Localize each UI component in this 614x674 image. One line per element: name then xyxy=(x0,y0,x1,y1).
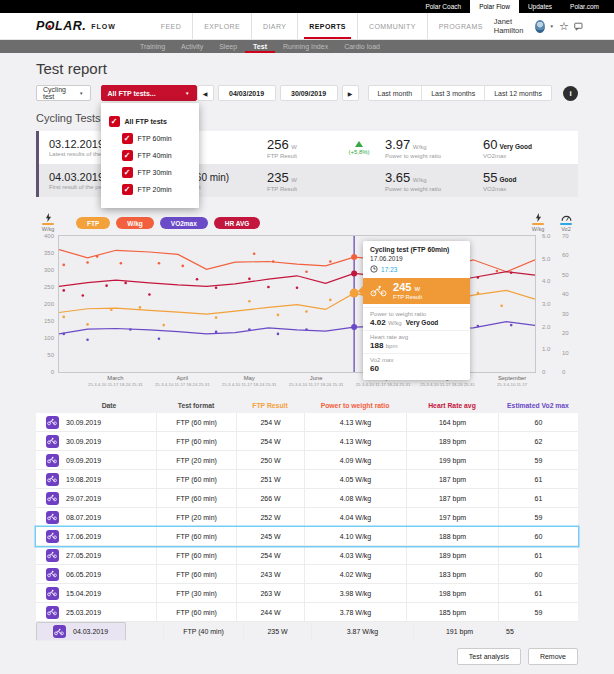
info-icon[interactable]: i xyxy=(563,86,578,101)
checkbox-checked-icon[interactable]: ✓ xyxy=(122,133,133,144)
next-period-button[interactable]: ▶ xyxy=(342,85,359,101)
data-point[interactable] xyxy=(477,325,480,328)
subnav-item-activity[interactable]: Activity xyxy=(173,40,211,53)
data-point[interactable] xyxy=(62,333,65,336)
data-point[interactable] xyxy=(267,286,270,289)
chat-bubble-icon[interactable] xyxy=(574,21,583,32)
data-point[interactable] xyxy=(105,284,108,287)
topbar-link-polar-com[interactable]: Polar.com xyxy=(561,0,608,13)
subnav-item-test[interactable]: Test xyxy=(245,40,275,53)
data-point[interactable] xyxy=(272,260,275,263)
table-row[interactable]: 27.05.2019FTP (60 min)254 W4.03 W/kg189 … xyxy=(36,546,578,565)
table-row[interactable]: 29.07.2019FTP (60 min)266 W4.08 W/kg187 … xyxy=(36,489,578,508)
data-point[interactable] xyxy=(86,323,89,326)
avatar[interactable] xyxy=(535,20,544,33)
favorites-star-icon[interactable]: ☆ xyxy=(559,21,569,32)
date-to-field[interactable]: 30/09/2019 xyxy=(280,85,338,101)
table-row[interactable]: 19.08.2019FTP (60 min)251 W4.05 W/kg187 … xyxy=(36,470,578,489)
data-point[interactable] xyxy=(96,255,99,258)
data-point[interactable] xyxy=(305,328,308,331)
data-point[interactable] xyxy=(139,306,142,309)
topbar-link-updates[interactable]: Updates xyxy=(519,0,561,13)
data-point[interactable] xyxy=(62,289,65,292)
prev-period-button[interactable]: ◀ xyxy=(197,85,214,101)
data-point[interactable] xyxy=(110,308,113,311)
data-point[interactable] xyxy=(248,328,251,331)
dropdown-item-ftp-30min[interactable]: ✓FTP 30min xyxy=(122,167,191,178)
data-point[interactable] xyxy=(129,328,132,331)
selected-data-point-vo2max[interactable] xyxy=(351,324,357,330)
data-point[interactable] xyxy=(296,286,299,289)
chevron-down-icon[interactable]: ▼ xyxy=(550,24,554,29)
data-point[interactable] xyxy=(196,278,199,281)
subnav-item-sleep[interactable]: Sleep xyxy=(211,40,245,53)
chart-plot-area[interactable]: Cycling test (FTP 60min) 17.06.2019 17:2… xyxy=(58,235,536,373)
data-point[interactable] xyxy=(510,271,513,274)
test-analysis-button[interactable]: Test analysis xyxy=(457,648,521,665)
nav-item-programs[interactable]: PROGRAMS xyxy=(428,13,494,39)
data-point[interactable] xyxy=(510,324,513,327)
range-button-last-12-months[interactable]: Last 12 months xyxy=(485,86,551,100)
data-point[interactable] xyxy=(329,260,332,263)
data-point[interactable] xyxy=(86,261,89,264)
data-point[interactable] xyxy=(181,265,184,268)
data-point[interactable] xyxy=(253,252,256,255)
nav-item-community[interactable]: COMMUNITY xyxy=(358,13,428,39)
data-point[interactable] xyxy=(305,310,308,313)
nav-item-diary[interactable]: DIARY xyxy=(252,13,298,39)
table-row[interactable]: 08.07.2019FTP (20 min)252 W4.04 W/kg197 … xyxy=(36,508,578,527)
subnav-item-cardio-load[interactable]: Cardio load xyxy=(336,40,388,53)
legend-pill-vo2max[interactable]: VO2max xyxy=(160,217,208,229)
polar-logo[interactable]: POLAR. xyxy=(36,19,86,33)
legend-pill-ftp[interactable]: FTP xyxy=(76,217,110,229)
data-point[interactable] xyxy=(86,338,89,341)
nav-item-reports[interactable]: REPORTS xyxy=(298,13,358,39)
checkbox-checked-icon[interactable]: ✓ xyxy=(109,116,120,127)
data-point[interactable] xyxy=(158,262,161,265)
table-row[interactable]: 30.09.2019FTP (60 min)254 W4.13 W/kg189 … xyxy=(36,432,578,451)
right-axis-vo2-toggle[interactable]: Vo2 xyxy=(554,213,578,232)
legend-pill-w-kg[interactable]: W/kg xyxy=(116,217,154,229)
data-point[interactable] xyxy=(148,293,151,296)
data-point[interactable] xyxy=(500,304,503,307)
table-row[interactable]: 15.04.2019FTP (30 min)263 W3.98 W/kg198 … xyxy=(36,584,578,603)
dropdown-item-all-ftp-tests[interactable]: ✓All FTP tests xyxy=(109,116,191,127)
selected-data-point-hr-avg[interactable] xyxy=(351,270,357,276)
range-button-last-3-months[interactable]: Last 3 months xyxy=(422,86,485,100)
topbar-link-polar-flow[interactable]: Polar Flow xyxy=(470,0,519,13)
subnav-item-training[interactable]: Training xyxy=(132,40,173,53)
checkbox-checked-icon[interactable]: ✓ xyxy=(122,184,133,195)
data-point[interactable] xyxy=(215,316,218,319)
data-point[interactable] xyxy=(82,294,85,297)
table-row[interactable]: 04.03.2019FTP (40 min)235 W3.87 W/kg191 … xyxy=(36,622,126,641)
table-row[interactable]: 06.05.2019FTP (60 min)243 W4.02 W/kg183 … xyxy=(36,565,578,584)
dropdown-item-ftp-20min[interactable]: ✓FTP 20min xyxy=(122,184,191,195)
table-row[interactable]: 25.03.2019FTP (60 min)244 W3.78 W/kg185 … xyxy=(36,603,578,622)
data-point[interactable] xyxy=(162,324,165,327)
data-point[interactable] xyxy=(124,282,127,285)
table-row[interactable]: 17.06.2019FTP (60 min)245 W4.10 W/kg188 … xyxy=(36,527,578,546)
data-point[interactable] xyxy=(277,314,280,317)
subnav-item-running-index[interactable]: Running Index xyxy=(275,40,336,53)
left-axis-toggle[interactable]: W/kg xyxy=(36,213,60,232)
data-point[interactable] xyxy=(248,278,251,281)
checkbox-checked-icon[interactable]: ✓ xyxy=(122,167,133,178)
data-point[interactable] xyxy=(120,262,123,265)
selected-data-point-w-kg[interactable] xyxy=(351,254,357,260)
range-button-last-month[interactable]: Last month xyxy=(369,86,423,100)
data-point[interactable] xyxy=(477,292,480,295)
nav-item-explore[interactable]: EXPLORE xyxy=(193,13,252,39)
data-point[interactable] xyxy=(329,299,332,302)
data-point[interactable] xyxy=(477,276,480,279)
table-row[interactable]: 30.09.2019FTP (60 min)254 W4.13 W/kg164 … xyxy=(36,413,578,432)
dropdown-item-ftp-40min[interactable]: ✓FTP 40min xyxy=(122,150,191,161)
legend-pill-hr-avg[interactable]: HR AVG xyxy=(214,217,261,229)
data-point[interactable] xyxy=(305,270,308,273)
data-point[interactable] xyxy=(215,286,218,289)
data-point[interactable] xyxy=(62,264,65,267)
topbar-link-polar-coach[interactable]: Polar Coach xyxy=(416,0,470,13)
dropdown-item-ftp-60min[interactable]: ✓FTP 60min xyxy=(122,133,191,144)
table-row[interactable]: 09.09.2019FTP (20 min)250 W4.09 W/kg199 … xyxy=(36,451,578,470)
remove-button[interactable]: Remove xyxy=(528,648,578,665)
data-point[interactable] xyxy=(248,300,251,303)
